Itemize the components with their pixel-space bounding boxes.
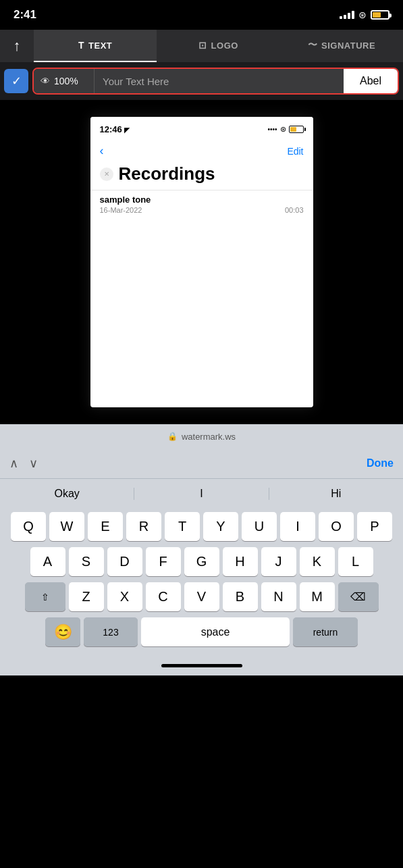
key-y[interactable]: Y	[203, 512, 238, 541]
key-r[interactable]: R	[126, 512, 161, 541]
recording-meta: 16-Mar-2022 00:03	[100, 206, 304, 214]
number-button[interactable]: 123	[84, 617, 138, 646]
key-g[interactable]: G	[184, 547, 219, 576]
key-q[interactable]: Q	[11, 512, 46, 541]
key-d[interactable]: D	[107, 547, 142, 576]
tab-text[interactable]: T TEXT	[34, 30, 157, 62]
key-b[interactable]: B	[223, 582, 258, 611]
key-u[interactable]: U	[242, 512, 277, 541]
signal-icon	[340, 11, 354, 19]
key-x[interactable]: X	[107, 582, 142, 611]
tab-bar: ↑ T TEXT ⊡ LOGO 〜 SIGNATURE	[0, 30, 403, 62]
key-e[interactable]: E	[88, 512, 123, 541]
recordings-title: Recordings	[119, 163, 215, 184]
home-indicator	[161, 664, 242, 667]
status-time: 2:41	[14, 8, 36, 22]
key-n[interactable]: N	[261, 582, 296, 611]
key-z[interactable]: Z	[69, 582, 104, 611]
nav-arrows: ∧ ∨	[9, 456, 38, 471]
recording-name: sample tone	[100, 195, 304, 205]
autocomplete-bar: Okay I Hi	[0, 478, 403, 508]
phone-battery-icon	[289, 126, 304, 133]
key-m[interactable]: M	[300, 582, 335, 611]
key-row-4: 😊 123 space return	[2, 617, 401, 646]
done-button[interactable]: Done	[367, 457, 394, 469]
key-p[interactable]: P	[357, 512, 392, 541]
key-a[interactable]: A	[30, 547, 65, 576]
phone-preview: 12:46 ◤ •••• ⊛ ‹ Edit ✕ Recordings sampl…	[90, 117, 313, 407]
confirm-button[interactable]: ✓	[4, 69, 28, 93]
key-s[interactable]: S	[69, 547, 104, 576]
wifi-icon: ⊛	[358, 9, 367, 20]
key-i[interactable]: I	[280, 512, 315, 541]
recording-duration: 00:03	[285, 206, 304, 214]
phone-status-right: •••• ⊛	[267, 125, 303, 134]
key-h[interactable]: H	[223, 547, 258, 576]
phone-time: 12:46 ◤	[100, 124, 130, 134]
keyboard: Q W E R T Y U I O P A S D F G H J K L ⇧ …	[0, 508, 403, 655]
emoji-button[interactable]: 😊	[45, 617, 80, 646]
key-j[interactable]: J	[261, 547, 296, 576]
phone-nav: ‹ Edit	[90, 141, 313, 161]
key-f[interactable]: F	[146, 547, 181, 576]
font-name: Abel	[360, 75, 381, 87]
lock-icon: 🔒	[167, 432, 178, 441]
key-k[interactable]: K	[300, 547, 335, 576]
delete-button[interactable]: ⌫	[338, 582, 379, 611]
back-button[interactable]: ↑	[0, 30, 34, 62]
signature-tab-icon: 〜	[308, 39, 318, 51]
recording-date: 16-Mar-2022	[100, 206, 142, 214]
status-bar: 2:41 ⊛	[0, 0, 403, 30]
key-l[interactable]: L	[338, 547, 373, 576]
autocomplete-hi[interactable]: Hi	[269, 488, 403, 500]
phone-status-bar: 12:46 ◤ •••• ⊛	[90, 117, 313, 141]
bottom-bar	[0, 655, 403, 675]
phone-wifi-icon: ⊛	[280, 125, 286, 134]
battery-icon	[371, 10, 389, 20]
toolbar-controls: 👁 100% Your Text Here Abel	[32, 68, 399, 95]
opacity-value: 100%	[54, 76, 78, 86]
recordings-header: ✕ Recordings	[90, 161, 313, 190]
phone-signal-icon: ••••	[267, 126, 277, 133]
shift-button[interactable]: ⇧	[25, 582, 65, 611]
watermark-bar: 🔒 watermark.ws	[0, 424, 403, 449]
eye-icon: 👁	[41, 76, 50, 86]
font-selector[interactable]: Abel	[344, 69, 398, 93]
key-t[interactable]: T	[165, 512, 200, 541]
key-row-3: ⇧ Z X C V B N M ⌫	[2, 582, 401, 611]
close-icon: ✕	[100, 168, 113, 181]
opacity-control[interactable]: 👁 100%	[34, 69, 95, 93]
key-c[interactable]: C	[146, 582, 181, 611]
watermark-url: watermark.ws	[182, 432, 236, 442]
status-icons: ⊛	[340, 9, 389, 20]
toolbar-row: ✓ 👁 100% Your Text Here Abel	[0, 62, 403, 100]
key-w[interactable]: W	[49, 512, 84, 541]
autocomplete-okay[interactable]: Okay	[0, 488, 134, 500]
key-row-2: A S D F G H J K L	[2, 547, 401, 576]
tab-logo[interactable]: ⊡ LOGO	[157, 30, 279, 62]
return-button[interactable]: return	[293, 617, 358, 646]
text-input-field[interactable]: Your Text Here	[95, 69, 344, 93]
autocomplete-i[interactable]: I	[134, 488, 269, 500]
space-button[interactable]: space	[141, 617, 290, 646]
tab-signature[interactable]: 〜 SIGNATURE	[280, 30, 403, 62]
key-row-1: Q W E R T Y U I O P	[2, 512, 401, 541]
arrow-down-button[interactable]: ∨	[29, 456, 38, 471]
location-icon: ◤	[124, 126, 130, 134]
recording-item: sample tone 16-Mar-2022 00:03	[90, 190, 313, 218]
key-v[interactable]: V	[184, 582, 219, 611]
keyboard-toolbar: ∧ ∨ Done	[0, 449, 403, 478]
preview-area: 12:46 ◤ •••• ⊛ ‹ Edit ✕ Recordings sampl…	[0, 100, 403, 424]
arrow-up-button[interactable]: ∧	[9, 456, 18, 471]
logo-tab-icon: ⊡	[198, 40, 207, 51]
phone-back-icon: ‹	[100, 144, 104, 158]
key-o[interactable]: O	[319, 512, 354, 541]
text-placeholder: Your Text Here	[103, 76, 169, 87]
text-tab-icon: T	[78, 40, 84, 51]
phone-edit-button: Edit	[287, 146, 303, 157]
